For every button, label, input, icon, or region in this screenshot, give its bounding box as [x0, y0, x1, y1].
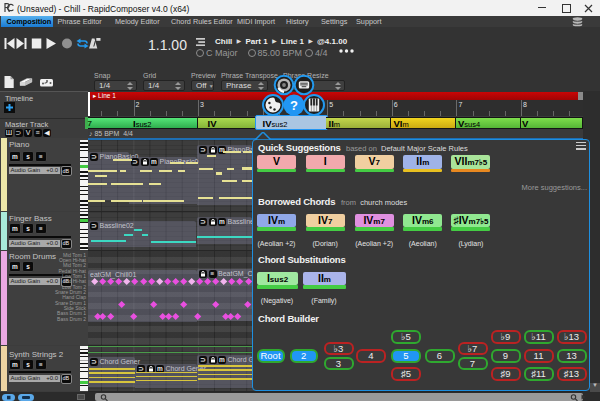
svg-text:?: ?	[290, 98, 298, 113]
